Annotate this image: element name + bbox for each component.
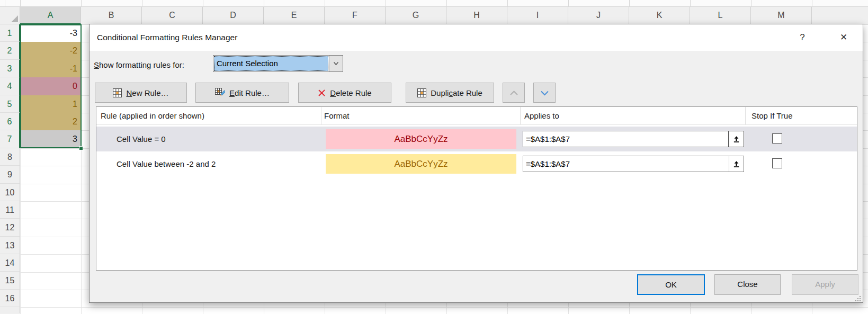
help-icon[interactable]: ? xyxy=(793,24,812,51)
duplicate-rule-button[interactable]: Duplicate Rule xyxy=(406,83,494,103)
excel-window: ABCDEFGHIJKLM 12345678910111213141516 -3… xyxy=(0,0,868,314)
table-pencil-icon xyxy=(215,88,225,98)
scope-dropdown[interactable]: Current Selection xyxy=(213,55,343,72)
cell-A7[interactable]: 3 xyxy=(21,130,81,148)
row-header-7[interactable]: 7 xyxy=(0,130,20,148)
collapse-dialog-icon[interactable] xyxy=(729,131,744,147)
row-header-13[interactable]: 13 xyxy=(0,237,20,254)
row-header-16[interactable]: 16 xyxy=(0,290,20,307)
rule-row-1[interactable]: Cell Value = 0AaBbCcYyZz xyxy=(96,127,857,151)
row-header-8[interactable]: 8 xyxy=(0,148,20,166)
resize-grip-icon[interactable] xyxy=(855,294,861,301)
row-header-partial xyxy=(0,307,20,313)
column-header-I[interactable]: I xyxy=(507,7,568,24)
rules-list: Rule (applied in order shown) Format App… xyxy=(96,106,857,271)
column-header-D[interactable]: D xyxy=(203,7,264,24)
applies-to-input[interactable] xyxy=(523,156,729,172)
rule-name: Cell Value = 0 xyxy=(117,127,166,151)
format-preview: AaBbCcYyZz xyxy=(326,154,516,174)
select-all-triangle-icon xyxy=(11,15,18,22)
row-header-9[interactable]: 9 xyxy=(0,166,20,183)
row-header-5[interactable]: 5 xyxy=(0,95,20,113)
duplicate-rule-label: Duplicate Rule xyxy=(431,88,482,97)
select-all-corner[interactable] xyxy=(0,7,20,24)
column-header-filler xyxy=(812,7,868,24)
chevron-up-icon xyxy=(509,88,518,97)
header-separator xyxy=(96,124,857,125)
chevron-down-icon[interactable] xyxy=(329,56,343,71)
edit-rule-label: Edit Rule… xyxy=(229,88,270,97)
column-header-H[interactable]: H xyxy=(446,7,507,24)
row-headers: 12345678910111213141516 xyxy=(0,24,20,313)
column-header-J[interactable]: J xyxy=(568,7,629,24)
row-header-1[interactable]: 1 xyxy=(0,24,20,42)
cell-A2[interactable]: -2 xyxy=(21,42,81,59)
applies-to-field xyxy=(523,131,744,147)
close-icon[interactable]: ✕ xyxy=(833,24,854,51)
format-preview: AaBbCcYyZz xyxy=(326,129,516,149)
stop-if-true-checkbox[interactable] xyxy=(772,133,782,143)
scope-dropdown-value[interactable]: Current Selection xyxy=(214,56,328,71)
apply-button[interactable]: Apply xyxy=(792,274,858,295)
cell-A3[interactable]: -1 xyxy=(21,60,81,77)
red-x-icon xyxy=(318,89,326,97)
dialog-title: Conditional Formatting Rules Manager xyxy=(97,24,237,51)
cell-A1[interactable]: -3 xyxy=(21,24,81,42)
row-header-4[interactable]: 4 xyxy=(0,77,20,95)
table-grid-icon xyxy=(417,88,426,97)
applies-to-field xyxy=(523,156,744,172)
row-header-14[interactable]: 14 xyxy=(0,254,20,272)
chevron-down-icon xyxy=(540,88,549,97)
column-header-G[interactable]: G xyxy=(386,7,446,24)
column-header-C[interactable]: C xyxy=(142,7,203,24)
move-rule-up-button[interactable] xyxy=(503,83,525,103)
delete-rule-label: Delete Rule xyxy=(330,88,371,97)
dialog-titlebar[interactable]: Conditional Formatting Rules Manager ? ✕ xyxy=(90,24,863,51)
applies-to-input[interactable] xyxy=(523,131,729,147)
close-button[interactable]: Close xyxy=(714,274,781,295)
fill-handle[interactable] xyxy=(79,146,83,150)
scope-label: Show formatting rules for: xyxy=(94,60,184,69)
column-header-E[interactable]: E xyxy=(264,7,325,24)
column-headers: ABCDEFGHIJKLM xyxy=(0,7,868,24)
stop-if-true-checkbox[interactable] xyxy=(772,158,782,168)
row-header-10[interactable]: 10 xyxy=(0,184,20,201)
column-header-L[interactable]: L xyxy=(690,7,751,24)
row-header-15[interactable]: 15 xyxy=(0,272,20,289)
new-rule-button[interactable]: New Rule… xyxy=(95,83,187,103)
rules-col-header: Rule (applied in order shown) xyxy=(101,107,204,124)
cell-A5[interactable]: 1 xyxy=(21,95,81,113)
column-divider xyxy=(321,107,321,124)
cell-A6[interactable]: 2 xyxy=(21,113,81,130)
row-header-12[interactable]: 12 xyxy=(0,219,20,236)
cell-A4[interactable]: 0 xyxy=(21,77,81,95)
ok-button[interactable]: OK xyxy=(637,274,705,295)
row-header-2[interactable]: 2 xyxy=(0,42,20,59)
row-header-11[interactable]: 11 xyxy=(0,201,20,219)
rule-name: Cell Value between -2 and 2 xyxy=(117,151,216,176)
column-divider xyxy=(520,107,521,124)
move-rule-down-button[interactable] xyxy=(533,83,556,103)
format-col-header: Format xyxy=(324,107,350,124)
edit-rule-button[interactable]: Edit Rule… xyxy=(195,83,289,103)
sheet-top-strip xyxy=(0,0,868,7)
stop-if-true-col-header: Stop If True xyxy=(751,107,793,124)
table-grid-icon xyxy=(113,88,122,97)
column-header-A[interactable]: A xyxy=(20,7,81,24)
row-header-6[interactable]: 6 xyxy=(0,113,20,130)
applies-to-col-header: Applies to xyxy=(524,107,559,124)
conditional-formatting-rules-manager-dialog: Conditional Formatting Rules Manager ? ✕… xyxy=(89,24,863,303)
collapse-dialog-icon[interactable] xyxy=(729,156,744,172)
column-header-K[interactable]: K xyxy=(629,7,690,24)
column-header-M[interactable]: M xyxy=(751,7,812,24)
column-divider xyxy=(745,107,746,124)
new-rule-label: New Rule… xyxy=(126,88,168,97)
column-header-F[interactable]: F xyxy=(325,7,386,24)
rule-row-2[interactable]: Cell Value between -2 and 2AaBbCcYyZz xyxy=(96,151,857,176)
row-header-3[interactable]: 3 xyxy=(0,60,20,77)
delete-rule-button[interactable]: Delete Rule xyxy=(298,83,391,103)
column-header-B[interactable]: B xyxy=(81,7,142,24)
